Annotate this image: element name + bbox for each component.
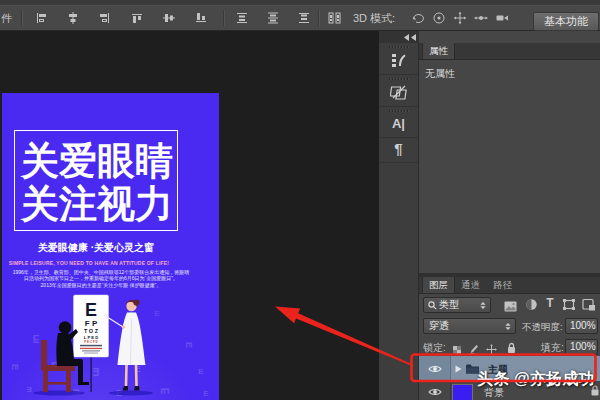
align-vertical-centers-icon[interactable]	[161, 10, 177, 26]
shape-layer-filter-icon[interactable]	[562, 297, 578, 313]
icon-glyph	[161, 10, 177, 26]
opacity-label: 不透明度:	[522, 321, 563, 334]
poster-illustration: E E E E E E E E E E E E E	[2, 288, 219, 400]
3d-pan-icon[interactable]	[452, 10, 468, 26]
chart-row: E	[85, 300, 97, 320]
tab-layers[interactable]: 图层	[422, 277, 455, 293]
bg-letter: E	[33, 334, 40, 345]
icon-glyph	[65, 10, 81, 26]
watermark-text: 头条 @亦扬成功	[477, 369, 595, 390]
3d-slide-icon[interactable]	[473, 10, 489, 26]
eye-icon[interactable]	[428, 364, 442, 374]
tab-channels[interactable]: 通道	[455, 277, 486, 293]
document-canvas[interactable]: 关爱眼睛 关注视力 关爱眼健康 ·关爱心灵之窗 SIMPLE LEISURE, …	[0, 31, 380, 400]
distribute-bottom-edges-icon[interactable]	[296, 10, 312, 26]
3d-zoom-camera-icon[interactable]	[494, 10, 510, 26]
align-horizontal-centers-icon[interactable]	[65, 10, 81, 26]
3d-orbit-icon[interactable]	[410, 10, 426, 26]
filter-kind-value: 类型	[439, 298, 459, 312]
lock-image-pixels-icon[interactable]	[468, 341, 479, 352]
bg-letter: E	[184, 342, 194, 348]
icon-glyph	[582, 298, 596, 311]
doctor-figure	[104, 299, 146, 390]
poster-title-line2: 关注视力	[2, 183, 192, 226]
paragraph-panel-icon: ¶	[379, 141, 418, 157]
layer-filter-kind-select[interactable]: 类型	[423, 297, 491, 313]
brush-panel-button[interactable]	[379, 43, 418, 75]
icon-glyph	[296, 10, 312, 26]
icon-glyph	[129, 10, 145, 26]
doctor-shoes	[123, 386, 140, 391]
icon-glyph	[97, 10, 113, 26]
auto-align-layers-icon[interactable]	[326, 10, 344, 26]
group-expand-triangle[interactable]	[455, 365, 462, 373]
bg-letter: E	[92, 366, 99, 377]
lock-transparent-pixels-icon[interactable]	[452, 342, 463, 353]
workspace-switcher-button[interactable]: 基本功能	[533, 12, 599, 31]
character-panel-button[interactable]: A|	[379, 107, 418, 138]
poster-body-text: 1996年，卫生部、教育部、团中央、中国残联等12个部委联合发出通知，将眼睛 日…	[10, 269, 192, 288]
icon-glyph	[234, 10, 250, 26]
align-right-edges-icon[interactable]	[97, 10, 113, 26]
blend-mode-value: 穿透	[429, 319, 449, 333]
panel-grip[interactable]	[389, 78, 409, 80]
visibility-cell[interactable]	[419, 356, 451, 381]
bg-letter: E	[10, 364, 20, 370]
eye-icon[interactable]	[428, 387, 442, 397]
floor-shadow	[33, 390, 85, 395]
lock-position-icon[interactable]	[486, 341, 497, 352]
icon-glyph	[468, 344, 479, 355]
align-top-edges-icon[interactable]	[129, 10, 145, 26]
tab-properties[interactable]: 属性	[422, 43, 455, 59]
opacity-value: 100%	[570, 319, 596, 333]
chart-row: P E C F D	[84, 340, 98, 344]
pixel-layer-filter-icon[interactable]	[504, 298, 520, 314]
brush-panel-icon	[390, 52, 407, 69]
3d-mode-label: 3D 模式:	[353, 6, 395, 30]
poster-document[interactable]: 关爱眼睛 关注视力 关爱眼健康 ·关爱心灵之窗 SIMPLE LEISURE, …	[2, 93, 219, 400]
bg-letter: E	[198, 367, 204, 376]
icon-glyph	[486, 344, 497, 355]
lock-all-icon[interactable]	[506, 340, 517, 351]
panel-grip[interactable]	[389, 46, 409, 48]
eye-chart: E F P T O Z L P E D P E C F D	[74, 295, 109, 357]
background-layer-thumbnail[interactable]	[453, 385, 472, 400]
icon-glyph	[410, 10, 426, 26]
3d-roll-icon[interactable]	[431, 10, 447, 26]
distribute-top-edges-icon[interactable]	[234, 10, 250, 26]
properties-panel: 无属性	[419, 60, 600, 274]
poster-tagline-en: SIMPLE LEISURE, YOU NEED TO HAVE AN ATTI…	[2, 260, 176, 266]
icon-glyph	[193, 10, 209, 26]
fill-input[interactable]: 100%	[565, 339, 598, 355]
doctor-hand	[122, 325, 126, 329]
distribute-vertical-centers-icon[interactable]	[265, 10, 281, 26]
bg-letter: E	[159, 388, 170, 395]
adjustment-layer-filter-icon[interactable]	[525, 297, 541, 313]
icon-glyph	[326, 10, 344, 26]
clone-source-panel-button[interactable]	[379, 75, 418, 107]
fill-label: 填充:	[541, 341, 564, 355]
collapse-to-icons-icon[interactable]	[403, 34, 417, 41]
show-transform-controls-label: 件	[1, 6, 12, 30]
icon-glyph	[494, 10, 510, 26]
icon-glyph	[473, 10, 489, 26]
icon-glyph	[506, 342, 517, 354]
panel-icon-wrap	[379, 52, 418, 69]
panel-grip[interactable]	[389, 110, 409, 112]
tab-paths[interactable]: 路径	[487, 277, 518, 293]
type-layer-filter-icon[interactable]: T	[543, 296, 557, 312]
bg-letter: E	[154, 309, 160, 318]
opacity-input[interactable]: 100%	[565, 318, 598, 334]
smart-object-filter-icon[interactable]	[582, 297, 598, 313]
icon-glyph	[525, 298, 538, 311]
align-left-edges-icon[interactable]	[33, 10, 49, 26]
icon-glyph	[504, 301, 517, 312]
panel-icon-dock: A| ¶	[379, 43, 419, 400]
paragraph-panel-button[interactable]: ¶	[379, 138, 418, 163]
blend-mode-select[interactable]: 穿透	[423, 318, 516, 334]
align-bottom-edges-icon[interactable]	[193, 10, 209, 26]
separator	[318, 10, 320, 26]
visibility-cell[interactable]	[419, 382, 451, 400]
doctor-hair-bun	[133, 299, 139, 305]
icon-glyph	[265, 10, 281, 26]
